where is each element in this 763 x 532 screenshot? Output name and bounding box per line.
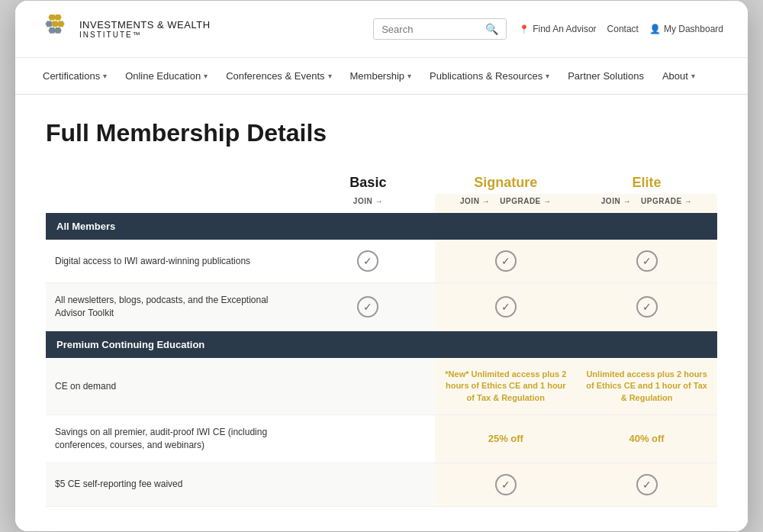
signature-ce-fee: ✓: [435, 463, 576, 506]
all-members-section-header: All Members: [46, 213, 717, 240]
logo-text: INVESTMENTS & WEALTH INSTITUTE™: [79, 19, 211, 40]
signature-check-1: ✓: [435, 240, 576, 283]
elite-ce-demand: Unlimited access plus 2 hours of Ethics …: [576, 358, 717, 415]
nav-partner-solutions[interactable]: Partner Solutions: [559, 58, 653, 94]
elite-join-link[interactable]: JOIN →: [601, 197, 631, 205]
basic-savings: [301, 415, 435, 463]
table-row: CE on demand *New* Unlimited access plus…: [46, 358, 717, 415]
elite-upgrade-link[interactable]: UPGRADE →: [641, 197, 692, 205]
chevron-down-icon: ▾: [407, 72, 411, 80]
signature-ce-demand: *New* Unlimited access plus 2 hours of E…: [435, 358, 576, 415]
feature-label: All newsletters, blogs, podcasts, and th…: [46, 283, 301, 331]
logo-icon: [40, 13, 72, 45]
search-box[interactable]: 🔍: [373, 18, 507, 40]
table-row: $5 CE self-reporting fee waived ✓ ✓: [46, 463, 717, 506]
page-title: Full Membership Details: [46, 119, 717, 147]
premium-ce-section-header: Premium Continuing Education: [46, 330, 717, 358]
feature-label: Digital access to IWI award-winning publ…: [46, 240, 301, 283]
basic-check-1: ✓: [301, 240, 435, 283]
search-icon: 🔍: [485, 23, 498, 35]
plan-actions-row: JOIN → JOIN → UPGRADE → JOIN → UPGRADE →: [46, 194, 717, 213]
basic-check-2: ✓: [301, 283, 435, 331]
checkmark-icon: ✓: [357, 250, 378, 272]
membership-table: Basic Signature Elite JOIN → JOIN → UPGR…: [46, 169, 717, 506]
elite-plan-header: Elite: [576, 169, 717, 194]
search-input[interactable]: [382, 24, 481, 35]
table-row: All newsletters, blogs, podcasts, and th…: [46, 283, 717, 331]
location-icon: 📍: [519, 24, 530, 34]
nav-membership[interactable]: Membership ▾: [341, 58, 421, 94]
header-links: 📍 Find An Advisor Contact 👤 My Dashboard: [519, 24, 723, 34]
find-advisor-link[interactable]: 📍 Find An Advisor: [519, 24, 596, 34]
svg-marker-4: [57, 21, 65, 27]
table-row: Savings on all premier, audit-proof IWI …: [46, 415, 717, 463]
elite-ce-fee: ✓: [576, 463, 717, 506]
checkmark-icon: ✓: [495, 474, 517, 495]
basic-join-link[interactable]: JOIN →: [301, 194, 435, 213]
checkmark-icon: ✓: [495, 296, 517, 318]
chevron-down-icon: ▾: [204, 72, 208, 80]
elite-savings: 40% off: [576, 415, 717, 463]
signature-upgrade-link[interactable]: UPGRADE →: [500, 197, 551, 205]
dashboard-link[interactable]: 👤 My Dashboard: [649, 24, 723, 34]
contact-link[interactable]: Contact: [607, 24, 639, 34]
feature-label: Savings on all premier, audit-proof IWI …: [46, 415, 301, 463]
checkmark-icon: ✓: [357, 296, 378, 318]
signature-plan-header: Signature: [435, 169, 576, 194]
elite-actions: JOIN → UPGRADE →: [576, 194, 717, 213]
svg-marker-6: [54, 27, 62, 34]
svg-marker-1: [54, 15, 62, 21]
table-row: Digital access to IWI award-winning publ…: [46, 240, 717, 283]
main-nav: Certifications ▾ Online Education ▾ Conf…: [15, 58, 748, 95]
signature-actions: JOIN → UPGRADE →: [435, 194, 576, 213]
basic-plan-header: Basic: [301, 169, 435, 194]
signature-savings: 25% off: [435, 415, 576, 463]
chevron-down-icon: ▾: [546, 72, 549, 80]
browser-frame: INVESTMENTS & WEALTH INSTITUTE™ 🔍 📍 Find…: [15, 1, 748, 530]
basic-ce-fee: [301, 463, 435, 506]
signature-join-link[interactable]: JOIN →: [460, 197, 490, 205]
checkmark-icon: ✓: [636, 250, 658, 272]
chevron-down-icon: ▾: [103, 72, 107, 80]
elite-check-1: ✓: [576, 240, 717, 283]
nav-certifications[interactable]: Certifications ▾: [34, 58, 116, 94]
header-right: 🔍 📍 Find An Advisor Contact 👤 My Dashboa…: [373, 18, 723, 40]
nav-publications[interactable]: Publications & Resources ▾: [420, 58, 559, 94]
logo-area: INVESTMENTS & WEALTH INSTITUTE™: [40, 13, 211, 45]
user-icon: 👤: [649, 24, 661, 34]
elite-check-2: ✓: [576, 283, 717, 331]
feature-label: $5 CE self-reporting fee waived: [46, 463, 301, 506]
chevron-down-icon: ▾: [328, 72, 332, 80]
nav-about[interactable]: About ▾: [653, 58, 704, 94]
nav-conferences[interactable]: Conferences & Events ▾: [217, 58, 340, 94]
nav-online-education[interactable]: Online Education ▾: [116, 58, 217, 94]
feature-label: CE on demand: [46, 358, 301, 415]
checkmark-icon: ✓: [495, 250, 517, 272]
checkmark-icon: ✓: [636, 296, 658, 318]
checkmark-icon: ✓: [636, 474, 658, 495]
chevron-down-icon: ▾: [691, 72, 695, 80]
basic-ce-demand: [301, 358, 435, 415]
site-header: INVESTMENTS & WEALTH INSTITUTE™ 🔍 📍 Find…: [15, 1, 748, 58]
signature-check-2: ✓: [435, 283, 576, 331]
plan-header-row: Basic Signature Elite: [46, 169, 717, 194]
page-content: Full Membership Details Basic Signature …: [15, 95, 748, 530]
